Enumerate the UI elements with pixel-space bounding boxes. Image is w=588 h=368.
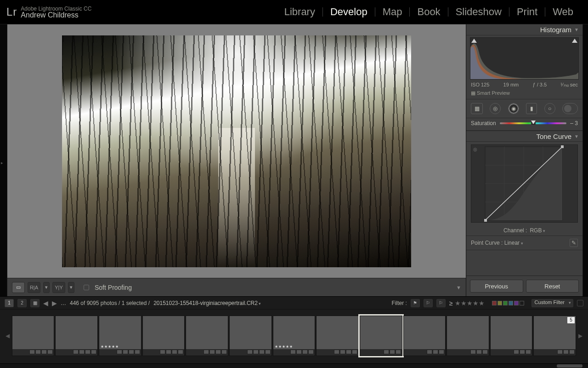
filter-label: Filter : [392,300,407,306]
chevron-down-icon: ▼ [574,134,579,139]
histogram[interactable] [470,37,579,80]
chevron-down-icon: ▼ [574,27,579,32]
target-adjust-icon[interactable]: ◎ [473,147,477,152]
main-area: ▭ R|A ▾ Y|Y ▾ Soft Proofing ▼ Histogram … [0,24,588,296]
thumb-7[interactable]: ★★★★★ [273,316,316,356]
monitor-2-button[interactable]: 2 [17,299,27,307]
histogram-title: Histogram [540,26,571,34]
scroll-right-icon[interactable]: ▶ [577,333,583,339]
exif-focal: 19 mm [503,82,519,88]
point-curve-label: Point Curve : [471,240,503,246]
thumb-3[interactable]: ★★★★★ [99,316,141,356]
flag-unpicked-icon[interactable]: ⚐ [424,299,433,307]
filmstrip-header: 1 2 ▦ ◀ ▶ … 446 of 9095 photos / 1 selec… [0,297,588,310]
user-name: Andrew Childress [21,12,91,18]
soft-proofing-checkbox[interactable] [84,285,89,290]
before-after-dropdown[interactable]: ▾ [43,282,50,293]
color-label-filter[interactable] [492,301,524,305]
before-after-yy-button[interactable]: Y|Y [52,282,65,293]
thumb-11[interactable] [447,316,489,356]
thumb-8[interactable] [316,316,359,356]
svg-rect-9 [561,145,564,148]
canvas[interactable] [7,24,466,278]
brush-tool-icon[interactable] [562,103,578,114]
saturation-row: Saturation – 3 [466,118,582,131]
module-picker: Library Develop Map Book Slideshow Print… [278,6,580,18]
nav-fwd-icon[interactable]: ▶ [52,299,57,307]
filename[interactable]: 20151023-155418-virginiacreepertrail.CR2 [153,300,261,306]
graduated-tool-icon[interactable]: ▮ [526,103,537,114]
point-curve-dropdown[interactable]: Linear [504,240,523,246]
filter-lock-icon[interactable] [577,300,583,306]
module-library[interactable]: Library [278,6,322,18]
filmstrip-thumbs[interactable]: ◀ ★★★★★ ★★★★★ 5 ▶ [0,310,588,363]
module-develop[interactable]: Develop [324,6,374,18]
rating-filter[interactable]: ≥★★★★★ [449,299,485,307]
filmstrip-scrollbar[interactable] [0,363,588,368]
develop-toolbar: ▭ R|A ▾ Y|Y ▾ Soft Proofing ▼ [7,278,466,296]
module-book[interactable]: Book [411,6,447,18]
channel-label: Channel : [503,227,527,234]
thumb-9-selected[interactable] [360,316,402,356]
module-map[interactable]: Map [376,6,409,18]
thumb-10[interactable] [403,316,446,356]
reset-button[interactable]: Reset [526,280,579,293]
before-after-yy-dropdown[interactable]: ▾ [68,282,74,293]
soft-proofing-label: Soft Proofing [95,284,132,291]
thumb-1[interactable] [12,316,55,356]
module-web[interactable]: Web [546,6,580,18]
app-logo: Lr [6,6,17,18]
module-print[interactable]: Print [510,6,544,18]
photo-count: 446 of 9095 photos / 1 selected / [70,300,150,306]
smart-preview-label: ▦ Smart Preview [466,89,582,99]
filter-dropdown[interactable]: Custom Filter [531,299,573,307]
exif-row: ISO 125 19 mm ƒ / 3.5 ¹⁄₇₅₀ sec [466,80,582,89]
point-curve-row: Point Curve : Linear ✎ [466,236,582,250]
point-curve-edit-icon[interactable]: ✎ [570,239,578,247]
module-slideshow[interactable]: Slideshow [449,6,508,18]
redeye-tool-icon[interactable]: ◉ [508,103,519,114]
channel-dropdown[interactable]: RGB [530,227,545,234]
exif-iso: ISO 125 [471,82,489,88]
spot-tool-icon[interactable]: ◎ [490,103,501,114]
thumb-5[interactable] [186,316,228,356]
previous-button[interactable]: Previous [470,280,523,293]
thumb-4[interactable] [142,316,185,356]
right-footer: Previous Reset [466,276,582,296]
loupe-view-button[interactable]: ▭ [12,282,25,293]
svg-rect-8 [484,219,487,222]
path-ellipsis[interactable]: … [61,300,66,306]
before-after-ra-button[interactable]: R|A [28,282,40,293]
flag-rejected-icon[interactable]: ⚐ [436,299,446,307]
scroll-left-icon[interactable]: ◀ [5,333,11,339]
thumb-6[interactable] [229,316,272,356]
tone-curve-graph[interactable]: ◎ [471,144,578,223]
saturation-value[interactable]: – 3 [570,120,578,126]
monitor-1-button[interactable]: 1 [5,299,14,307]
top-bar: Lr Adobe Lightroom Classic CC Andrew Chi… [0,0,588,24]
toolbar-overflow-icon[interactable]: ▼ [456,285,461,290]
right-panel-handle[interactable] [582,24,588,296]
exif-aperture: ƒ / 3.5 [532,82,547,88]
histogram-header[interactable]: Histogram ▼ [466,24,582,35]
channel-row: Channel : RGB [466,225,582,236]
right-panel: Histogram ▼ ISO 125 19 mm ƒ / 3.5 ¹⁄₇₅₀ … [466,24,582,296]
nav-back-icon[interactable]: ◀ [43,299,48,307]
thumb-13[interactable]: 5 [533,316,576,356]
thumb-2[interactable] [55,316,98,356]
identity-plate[interactable]: Adobe Lightroom Classic CC Andrew Childr… [21,6,91,18]
left-panel-handle[interactable] [0,24,7,296]
exif-shutter: ¹⁄₇₅₀ sec [560,82,578,88]
preview-image[interactable] [62,35,411,267]
tone-curve-header[interactable]: Tone Curve ▼ [466,131,582,142]
radial-tool-icon[interactable]: ○ [544,103,555,114]
saturation-label: Saturation [471,120,496,126]
crop-tool-icon[interactable]: ▦ [471,103,483,114]
thumb-12[interactable] [490,316,533,356]
local-tools-row: ▦ ◎ ◉ ▮ ○ [466,99,582,118]
tone-curve-title: Tone Curve [536,132,571,140]
stack-badge[interactable]: 5 [567,317,575,323]
grid-icon[interactable]: ▦ [30,299,40,307]
flag-picked-icon[interactable]: ⚑ [411,299,420,307]
saturation-slider[interactable] [500,122,567,124]
